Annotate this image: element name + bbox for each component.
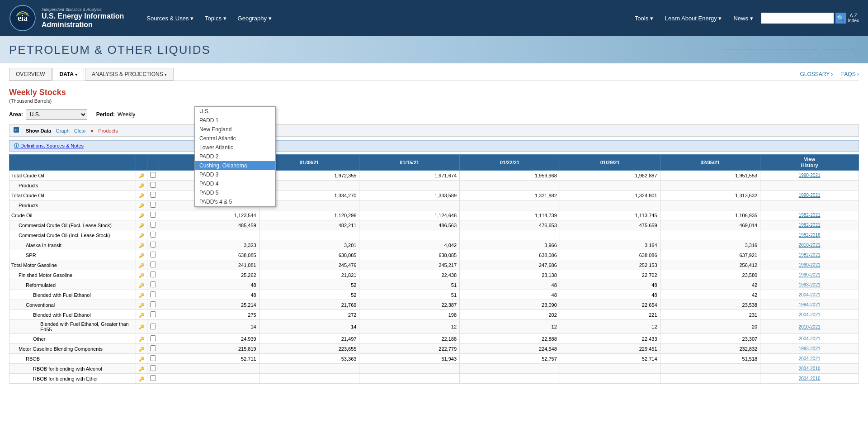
row-checkbox-cell[interactable] bbox=[147, 344, 159, 354]
history-anchor[interactable]: 2004-2021 bbox=[799, 312, 821, 317]
history-anchor[interactable]: 1982-2021 bbox=[799, 252, 821, 257]
history-anchor[interactable]: 2004-2010 bbox=[799, 376, 821, 381]
row-checkbox-cell[interactable] bbox=[147, 210, 159, 220]
row-checkbox-cell[interactable] bbox=[147, 260, 159, 270]
history-anchor[interactable]: 1982-2021 bbox=[799, 213, 821, 218]
row-checkbox-cell[interactable] bbox=[147, 191, 159, 200]
row-checkbox-cell[interactable] bbox=[147, 334, 159, 344]
row-checkbox[interactable] bbox=[150, 345, 156, 351]
row-checkbox-cell[interactable] bbox=[147, 300, 159, 310]
clear-button[interactable]: Clear bbox=[74, 128, 86, 133]
history-anchor[interactable]: 1990-2021 bbox=[799, 262, 821, 267]
row-checkbox-cell[interactable] bbox=[147, 240, 159, 250]
dropdown-item[interactable]: Lower Atlantic bbox=[195, 143, 275, 152]
row-history-link[interactable]: 1982-2016 bbox=[760, 230, 859, 240]
row-checkbox-cell[interactable] bbox=[147, 280, 159, 290]
dropdown-item[interactable]: New England bbox=[195, 125, 275, 134]
row-checkbox[interactable] bbox=[150, 262, 156, 267]
dropdown-item[interactable]: Cushing, Oklahoma bbox=[195, 161, 275, 170]
row-checkbox[interactable] bbox=[150, 192, 156, 198]
row-icon-cell[interactable]: 🔑 bbox=[136, 374, 147, 384]
history-anchor[interactable]: 1990-2021 bbox=[799, 193, 821, 198]
row-icon-cell[interactable]: 🔑 bbox=[136, 300, 147, 310]
row-icon-cell[interactable]: 🔑 bbox=[136, 260, 147, 270]
history-anchor[interactable]: 2004-2021 bbox=[799, 356, 821, 361]
row-checkbox[interactable] bbox=[150, 311, 156, 317]
graph-button[interactable]: Graph bbox=[56, 128, 70, 133]
row-checkbox-cell[interactable] bbox=[147, 250, 159, 260]
row-checkbox-cell[interactable] bbox=[147, 220, 159, 230]
row-checkbox-cell[interactable] bbox=[147, 364, 159, 374]
history-anchor[interactable]: 1990-2021 bbox=[799, 272, 821, 277]
history-anchor[interactable]: 2004-2021 bbox=[799, 292, 821, 297]
row-checkbox-cell[interactable] bbox=[147, 354, 159, 364]
row-history-link[interactable] bbox=[760, 181, 859, 191]
radio-products[interactable]: Products bbox=[98, 128, 118, 133]
row-checkbox[interactable] bbox=[150, 202, 156, 208]
history-anchor[interactable]: 1983-2021 bbox=[799, 346, 821, 351]
row-checkbox-cell[interactable] bbox=[147, 230, 159, 240]
row-icon-cell[interactable]: 🔑 bbox=[136, 344, 147, 354]
row-history-link[interactable]: 1990-2021 bbox=[760, 171, 859, 181]
row-history-link[interactable]: 1994-2021 bbox=[760, 300, 859, 310]
row-checkbox-cell[interactable] bbox=[147, 374, 159, 384]
history-anchor[interactable]: 1993-2021 bbox=[799, 282, 821, 287]
row-history-link[interactable]: 1982-2021 bbox=[760, 210, 859, 220]
row-checkbox-cell[interactable] bbox=[147, 310, 159, 320]
nav-news[interactable]: News ▾ bbox=[730, 13, 756, 24]
row-icon-cell[interactable]: 🔑 bbox=[136, 230, 147, 240]
dropdown-item[interactable]: PADD's 4 & 5 bbox=[195, 197, 275, 206]
row-history-link[interactable]: 2004-2010 bbox=[760, 364, 859, 374]
row-icon-cell[interactable]: 🔑 bbox=[136, 220, 147, 230]
row-icon-cell[interactable]: 🔑 bbox=[136, 171, 147, 181]
tab-analysis[interactable]: ANALYSIS & PROJECTIONS ▾ bbox=[85, 68, 174, 81]
row-checkbox[interactable] bbox=[150, 301, 156, 307]
tab-data[interactable]: DATA ▾ bbox=[52, 68, 84, 81]
row-checkbox[interactable] bbox=[150, 212, 156, 218]
row-checkbox[interactable] bbox=[150, 355, 156, 361]
row-checkbox[interactable] bbox=[150, 222, 156, 228]
history-anchor[interactable]: 2004-2021 bbox=[799, 336, 821, 341]
row-icon-cell[interactable]: 🔑 bbox=[136, 250, 147, 260]
row-history-link[interactable]: 1990-2021 bbox=[760, 191, 859, 200]
row-history-link[interactable]: 2010-2021 bbox=[760, 240, 859, 250]
dropdown-item[interactable]: PADD 1 bbox=[195, 116, 275, 125]
row-checkbox-cell[interactable] bbox=[147, 290, 159, 300]
row-history-link[interactable]: 2004-2021 bbox=[760, 334, 859, 344]
dropdown-item[interactable]: PADD 4 bbox=[195, 179, 275, 188]
definitions-link[interactable]: ⓘ Definitions, Sources & Notes bbox=[14, 143, 84, 148]
row-icon-cell[interactable]: 🔑 bbox=[136, 181, 147, 191]
history-anchor[interactable]: 2004-2010 bbox=[799, 366, 821, 371]
row-history-link[interactable]: 2004-2021 bbox=[760, 354, 859, 364]
row-history-link[interactable]: 2004-2021 bbox=[760, 290, 859, 300]
row-history-link[interactable]: 1982-2021 bbox=[760, 220, 859, 230]
row-icon-cell[interactable]: 🔑 bbox=[136, 334, 147, 344]
row-checkbox[interactable] bbox=[150, 324, 156, 329]
history-anchor[interactable]: 2010-2021 bbox=[799, 324, 821, 329]
row-checkbox[interactable] bbox=[150, 291, 156, 297]
row-checkbox[interactable] bbox=[150, 335, 156, 341]
tab-overview[interactable]: OVERVIEW bbox=[9, 68, 52, 81]
row-checkbox[interactable] bbox=[150, 272, 156, 277]
faqs-link[interactable]: FAQS › bbox=[841, 71, 859, 77]
az-index[interactable]: A-ZIndex bbox=[848, 13, 859, 23]
row-checkbox[interactable] bbox=[150, 375, 156, 381]
row-history-link[interactable]: 2004-2010 bbox=[760, 374, 859, 384]
nav-tools[interactable]: Tools ▾ bbox=[631, 13, 657, 24]
row-icon-cell[interactable]: 🔑 bbox=[136, 364, 147, 374]
dropdown-item[interactable]: PADD 2 bbox=[195, 152, 275, 161]
dropdown-item[interactable]: PADD 3 bbox=[195, 170, 275, 179]
row-icon-cell[interactable]: 🔑 bbox=[136, 270, 147, 280]
row-history-link[interactable]: 1990-2021 bbox=[760, 270, 859, 280]
nav-sources-uses[interactable]: Sources & Uses ▾ bbox=[142, 13, 198, 24]
history-anchor[interactable]: 2010-2021 bbox=[799, 243, 821, 248]
row-checkbox[interactable] bbox=[150, 242, 156, 248]
row-checkbox-cell[interactable] bbox=[147, 181, 159, 191]
row-icon-cell[interactable]: 🔑 bbox=[136, 354, 147, 364]
row-history-link[interactable]: 1990-2021 bbox=[760, 260, 859, 270]
row-checkbox-cell[interactable] bbox=[147, 171, 159, 181]
history-anchor[interactable]: 1982-2016 bbox=[799, 233, 821, 238]
search-input[interactable] bbox=[761, 13, 834, 24]
row-checkbox[interactable] bbox=[150, 252, 156, 257]
row-checkbox[interactable] bbox=[150, 172, 156, 178]
